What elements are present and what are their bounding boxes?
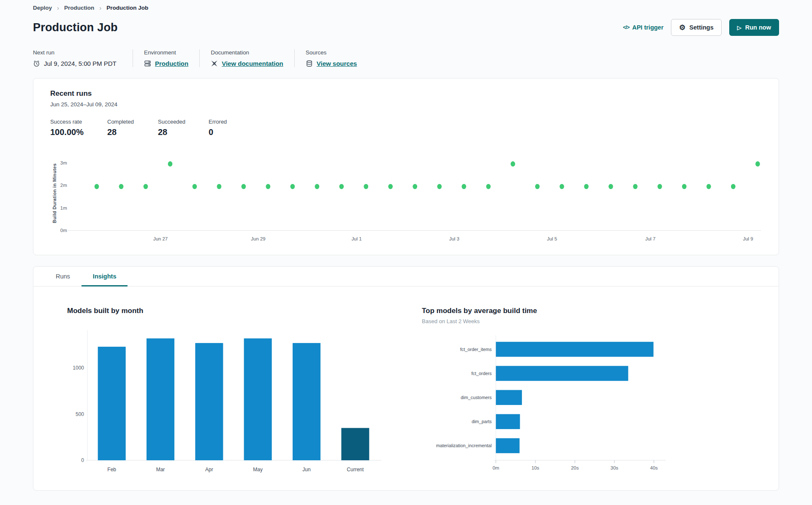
stat-success-rate: Success rate 100.00% — [50, 119, 100, 137]
info-documentation: Documentation View documentation — [199, 49, 294, 67]
svg-text:Jul 5: Jul 5 — [547, 236, 557, 241]
view-sources-link[interactable]: View sources — [317, 60, 357, 67]
stat-completed: Completed 28 — [107, 119, 151, 137]
environment-link[interactable]: Production — [155, 60, 188, 67]
breadcrumb: Deploy › Production › Production Job — [33, 0, 779, 11]
environment-label: Environment — [144, 49, 188, 56]
svg-text:dim_parts: dim_parts — [472, 419, 492, 424]
api-trigger-link[interactable]: </> API trigger — [623, 24, 663, 31]
svg-text:10s: 10s — [532, 465, 540, 470]
run-now-label: Run now — [745, 24, 771, 31]
svg-text:materialization_incremental: materialization_incremental — [436, 443, 492, 448]
svg-text:Jun: Jun — [302, 467, 310, 473]
recent-runs-title: Recent runs — [50, 89, 762, 98]
sources-label: Sources — [306, 49, 357, 56]
gear-icon: ⚙ — [679, 24, 685, 31]
page-title: Production Job — [33, 21, 118, 34]
play-icon: ▷ — [737, 25, 741, 30]
svg-text:fct_order_items: fct_order_items — [460, 347, 492, 352]
breadcrumb-production[interactable]: Production — [64, 5, 94, 11]
top-models-subtitle: Based on Last 2 Weeks — [422, 318, 696, 324]
chevron-right-icon: › — [57, 4, 59, 11]
tab-bar: Runs Insights — [33, 267, 779, 286]
top-models-title: Top models by average build time — [422, 307, 696, 315]
breadcrumb-deploy[interactable]: Deploy — [33, 5, 52, 11]
header-actions: </> API trigger ⚙ Settings ▷ Run now — [623, 19, 779, 36]
info-environment: Environment Production — [133, 49, 199, 67]
documentation-label: Documentation — [211, 49, 283, 56]
svg-text:2m: 2m — [60, 183, 67, 188]
run-now-button[interactable]: ▷ Run now — [729, 19, 779, 36]
svg-text:Feb: Feb — [107, 467, 116, 473]
svg-text:Jun 27: Jun 27 — [153, 236, 168, 241]
models-by-month-chart: Models built by month 05001000FebMarAprM… — [67, 307, 383, 489]
build-duration-scatter-svg[interactable]: Build Duration in Minutes0m1m2m3mJun 27J… — [50, 150, 763, 249]
settings-label: Settings — [690, 24, 714, 31]
dbt-docs-icon — [211, 60, 218, 67]
stat-succeeded: Succeeded 28 — [158, 119, 202, 137]
svg-text:May: May — [253, 467, 263, 473]
job-info-row: Next run Jul 9, 2024, 5:00 PM PDT Enviro… — [33, 49, 779, 67]
top-models-chart: Top models by average build time Based o… — [422, 307, 696, 489]
svg-text:30s: 30s — [611, 465, 619, 470]
svg-text:0m: 0m — [492, 465, 499, 470]
api-trigger-label: API trigger — [632, 24, 663, 31]
svg-text:Jul 7: Jul 7 — [645, 236, 655, 241]
svg-text:3m: 3m — [60, 160, 67, 165]
settings-button[interactable]: ⚙ Settings — [671, 19, 721, 36]
svg-text:fct_orders: fct_orders — [471, 371, 492, 376]
insights-card: Runs Insights Models built by month 0500… — [33, 266, 779, 491]
production-job-page: Deploy › Production › Production Job Pro… — [0, 0, 812, 491]
page-header: Production Job </> API trigger ⚙ Setting… — [33, 19, 779, 36]
chevron-right-icon: › — [99, 4, 101, 11]
environment-icon — [144, 60, 151, 67]
svg-text:Jun 29: Jun 29 — [251, 236, 265, 241]
tab-runs[interactable]: Runs — [44, 267, 81, 286]
svg-text:0: 0 — [81, 457, 84, 463]
alarm-clock-icon — [33, 60, 40, 67]
svg-text:Build Duration in Minutes: Build Duration in Minutes — [52, 163, 57, 223]
svg-text:1000: 1000 — [73, 365, 84, 371]
code-icon: </> — [623, 24, 629, 30]
svg-text:0m: 0m — [60, 228, 67, 233]
info-sources: Sources View sources — [294, 49, 368, 67]
recent-runs-card: Recent runs Jun 25, 2024–Jul 09, 2024 Su… — [33, 78, 779, 255]
insights-charts: Models built by month 05001000FebMarAprM… — [33, 286, 779, 489]
svg-text:Apr: Apr — [205, 467, 213, 473]
next-run-label: Next run — [33, 49, 122, 56]
models-by-month-svg[interactable]: 05001000FebMarAprMayJunCurrent — [67, 325, 383, 488]
svg-text:20s: 20s — [571, 465, 579, 470]
view-documentation-link[interactable]: View documentation — [222, 60, 283, 67]
top-models-svg[interactable]: fct_order_itemsfct_ordersdim_customersdi… — [422, 332, 696, 473]
svg-text:Current: Current — [347, 467, 364, 473]
database-icon — [306, 60, 313, 67]
svg-text:Jul 9: Jul 9 — [743, 236, 753, 241]
svg-text:Jul 3: Jul 3 — [449, 236, 459, 241]
recent-runs-date-range: Jun 25, 2024–Jul 09, 2024 — [50, 101, 762, 108]
tab-insights[interactable]: Insights — [81, 267, 128, 286]
models-by-month-title: Models built by month — [67, 307, 383, 315]
svg-text:Jul 1: Jul 1 — [351, 236, 361, 241]
svg-text:dim_customers: dim_customers — [461, 395, 492, 400]
info-next-run: Next run Jul 9, 2024, 5:00 PM PDT — [33, 49, 133, 67]
next-run-value: Jul 9, 2024, 5:00 PM PDT — [44, 60, 117, 67]
breadcrumb-production-job: Production Job — [106, 5, 148, 11]
svg-text:Mar: Mar — [156, 467, 165, 473]
svg-text:1m: 1m — [60, 205, 67, 211]
build-duration-chart: Build Duration in Minutes0m1m2m3mJun 27J… — [50, 150, 762, 251]
recent-runs-stats: Success rate 100.00% Completed 28 Succee… — [50, 119, 762, 137]
svg-text:40s: 40s — [650, 465, 658, 470]
svg-text:500: 500 — [76, 411, 84, 417]
stat-errored: Errored 0 — [209, 119, 253, 137]
